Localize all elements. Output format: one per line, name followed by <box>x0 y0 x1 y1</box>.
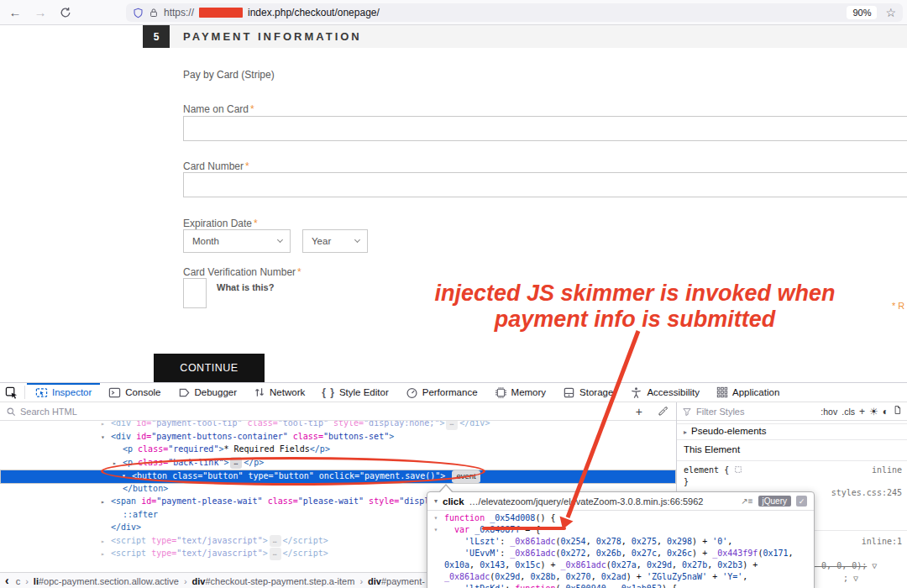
tab-style-editor[interactable]: { }Style Editor <box>313 383 397 402</box>
dom-line[interactable]: ▾<div id="payment-buttons-container" cla… <box>0 431 676 444</box>
url-bar[interactable]: https:// index.php/checkout/onepage/ 90%… <box>126 3 903 22</box>
eyedropper-icon[interactable] <box>658 406 668 417</box>
ellipsis-badge[interactable]: … <box>446 421 458 430</box>
pick-element-icon[interactable] <box>5 386 18 399</box>
tab-console[interactable]: Console <box>100 383 169 402</box>
cvn-help-link[interactable]: What is this? <box>217 282 274 292</box>
expand-arrow-icon[interactable]: ▸ <box>113 458 123 470</box>
breadcrumb-item[interactable]: div#checkout-step-payment.step.a-item <box>192 576 355 586</box>
dom-line[interactable]: ▸<div id="payment-tool-tip" class="tool-… <box>0 421 676 431</box>
filter-icon <box>682 407 692 417</box>
continue-button[interactable]: CONTINUE <box>154 354 265 382</box>
expiration-year-select[interactable]: Year <box>302 229 368 253</box>
bookmark-star-icon[interactable]: ☆ <box>885 6 896 19</box>
print-media-icon[interactable] <box>893 405 902 417</box>
required-fields-note: * R <box>892 301 904 311</box>
expand-arrow-icon[interactable]: ▸ <box>101 496 111 509</box>
storage-icon <box>563 386 575 399</box>
cvn-input[interactable] <box>183 278 207 308</box>
payment-method-label: Pay by Card (Stripe) <box>183 69 275 81</box>
debugger-icon <box>178 386 191 399</box>
required-asterisk: * <box>254 218 258 229</box>
tab-inspector[interactable]: Inspector <box>27 383 100 402</box>
tab-application[interactable]: Application <box>708 383 788 402</box>
card-number-input[interactable] <box>183 172 907 197</box>
inspector-icon <box>35 386 48 399</box>
breadcrumb-item[interactable]: div#payment- <box>368 576 425 586</box>
tab-network[interactable]: Network <box>245 383 313 402</box>
rules-toolbar: Filter Styles :hov .cls + ☀ ◐ <box>677 402 907 421</box>
tracking-protection-shield-icon[interactable] <box>133 8 144 18</box>
expand-arrow-icon[interactable]: ▸ <box>101 421 111 431</box>
back-button[interactable]: ← <box>5 5 25 19</box>
light-theme-icon[interactable]: ☀ <box>869 406 878 417</box>
name-on-card-label: Name on Card* <box>183 103 254 115</box>
color-scheme-icon[interactable]: ◐ <box>883 406 889 417</box>
add-node-button[interactable]: + <box>636 405 642 418</box>
search-icon <box>6 407 16 417</box>
expand-arrow-icon[interactable]: ▸ <box>101 536 111 549</box>
browser-toolbar: ← → https:// index.php/checkout/onepage/… <box>0 0 907 25</box>
tab-performance[interactable]: Performance <box>397 383 486 402</box>
name-on-card-input[interactable] <box>183 116 907 141</box>
add-rule-button[interactable]: + <box>859 406 865 417</box>
filter-styles-input[interactable]: Filter Styles <box>696 407 816 417</box>
expiration-month-select[interactable]: Month <box>183 229 291 253</box>
search-html-input[interactable]: Search HTML <box>20 407 628 417</box>
ellipsis-badge[interactable]: … <box>230 457 242 470</box>
code-line: 0x10a, 0x143, 0x15c) + _0x861adc(0x27a, … <box>427 559 814 571</box>
class-panel-button[interactable]: .cls <box>841 407 855 417</box>
element-rule-close: } <box>684 476 689 487</box>
indent-spacer <box>113 444 123 457</box>
expand-arrow-icon[interactable]: ▸ <box>101 549 111 561</box>
application-icon <box>716 386 728 398</box>
card-number-label: Card Number* <box>183 160 249 172</box>
code-line: ▾function _0x54d008() { <box>427 512 814 524</box>
breadcrumb-item[interactable]: li#opc-payment.section.allow.active <box>34 576 179 586</box>
collapse-arrow-icon[interactable]: ▾ <box>101 432 111 444</box>
dom-line[interactable]: ▸<p class="back-link">…</p> <box>0 457 676 470</box>
url-redaction-block <box>199 8 243 18</box>
reload-button[interactable] <box>55 5 76 19</box>
lock-icon[interactable] <box>149 8 159 18</box>
ellipsis-badge[interactable]: … <box>270 548 281 560</box>
framework-badge: jQuery <box>758 496 791 507</box>
pseudo-elements-header[interactable]: ▸Pseudo-elements <box>677 426 907 436</box>
forward-button[interactable]: → <box>30 5 50 19</box>
collapse-arrow-icon[interactable]: ▾ <box>122 470 132 483</box>
breadcrumb-back-icon[interactable]: ‹ <box>5 574 9 587</box>
element-rule-selector: element { <box>684 465 742 475</box>
highlight-selector-icon[interactable] <box>734 465 742 474</box>
dom-line-selected[interactable]: ▾<button class="button" type="button" on… <box>0 470 676 484</box>
event-listener-checkbox[interactable]: ✓ <box>796 496 807 507</box>
ellipsis-badge[interactable]: … <box>270 535 281 548</box>
hover-pseudo-button[interactable]: :hov <box>820 407 837 417</box>
jump-to-definition-icon[interactable]: ↗≡ <box>741 496 752 506</box>
url-protocol: https:// <box>164 7 194 18</box>
code-line: _0x861adc(0x29d, 0x28b, 0x270, 0x2ad) + … <box>427 571 814 583</box>
event-source-link[interactable]: …/elevatezoom/jquery/elevateZoom-3.0.8.m… <box>469 496 737 507</box>
dom-line[interactable]: <p class="required">* Required Fields</p… <box>0 444 676 457</box>
event-listener-popup: ▾ click …/elevatezoom/jquery/elevateZoom… <box>427 491 815 588</box>
tab-storage[interactable]: Storage <box>554 383 621 402</box>
event-badge[interactable]: event <box>452 470 480 483</box>
url-path: index.php/checkout/onepage/ <box>248 7 380 18</box>
breadcrumb-item[interactable]: c <box>16 576 21 586</box>
event-listener-header: ▾ click …/elevatezoom/jquery/elevateZoom… <box>427 492 814 511</box>
step-title: PAYMENT INFORMATION <box>183 30 362 43</box>
indent-spacer <box>113 484 123 496</box>
rule-source-stylesheet[interactable]: styles.css:245 <box>831 487 902 498</box>
rule-source-inline[interactable]: inline <box>872 465 902 475</box>
indent-spacer <box>101 522 111 535</box>
tab-debugger[interactable]: Debugger <box>170 383 246 402</box>
expand-arrow-icon: ▸ <box>684 428 687 436</box>
collapse-arrow-icon[interactable]: ▾ <box>434 497 438 505</box>
tab-accessibility[interactable]: Accessibility <box>621 383 708 402</box>
checkout-page: 5 PAYMENT INFORMATION Pay by Card (Strip… <box>0 25 907 382</box>
code-line: 'UEvvM': _0x861adc(0x272, 0x26b, 0x27c, … <box>427 548 814 559</box>
zoom-level-badge[interactable]: 90% <box>847 6 877 19</box>
tab-memory[interactable]: Memory <box>486 383 555 402</box>
rule-source-inline1[interactable]: inline:1 <box>862 536 902 547</box>
this-element-header: This Element <box>677 444 907 454</box>
cvn-label: Card Verification Number* <box>183 266 301 278</box>
